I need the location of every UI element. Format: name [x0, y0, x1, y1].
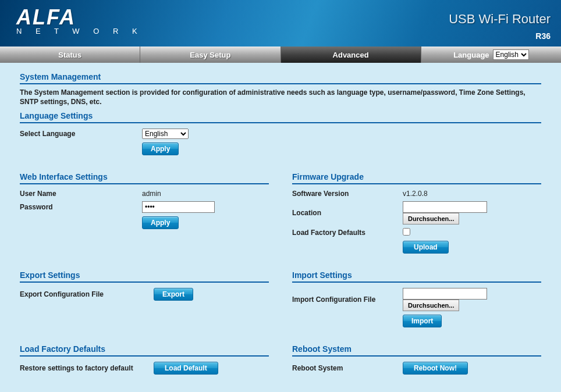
nav-language-label: Language — [453, 51, 489, 59]
lang-apply-button[interactable]: Apply — [142, 142, 179, 155]
reboot-button[interactable]: Reboot Now! — [403, 362, 468, 375]
import-form: Import Configuration File Durchsuchen...… — [292, 286, 541, 329]
lang-label: Select Language — [20, 127, 142, 141]
tab-status[interactable]: Status — [0, 47, 140, 63]
fw-form: Software Version v1.2.0.8 Location Durch… — [292, 188, 541, 255]
export-label: Export Configuration File — [20, 286, 154, 302]
fw-factory-label: Load Factory Defaults — [292, 226, 403, 239]
password-input[interactable] — [142, 201, 215, 213]
reboot-form: Reboot System Reboot Now! — [292, 360, 541, 376]
fw-title: Firmware Upgrade — [292, 172, 541, 184]
header-title: USB Wi-Fi Router — [449, 12, 551, 27]
sw-ver-value: v1.2.0.8 — [403, 188, 541, 199]
nav-language-select[interactable]: English — [493, 49, 529, 60]
user-name-label: User Name — [20, 188, 142, 199]
page-description: The System Management section is provide… — [20, 88, 541, 106]
fw-factory-checkbox[interactable] — [403, 228, 410, 236]
reboot-title: Reboot System — [292, 344, 541, 357]
import-browse-button[interactable]: Durchsuchen... — [403, 300, 459, 311]
upload-button[interactable]: Upload — [403, 241, 449, 254]
reboot-label: Reboot System — [292, 360, 403, 376]
logo: ALFA N E T W O R K — [16, 7, 143, 35]
fw-browse-button[interactable]: Durchsuchen... — [403, 213, 459, 224]
lang-title: Language Settings — [20, 111, 541, 123]
fw-location-input[interactable] — [403, 201, 487, 213]
load-default-button[interactable]: Load Default — [154, 362, 218, 375]
import-label: Import Configuration File — [292, 286, 403, 313]
web-apply-button[interactable]: Apply — [142, 216, 179, 229]
factory-label: Restore settings to factory default — [20, 360, 154, 376]
logo-brand: ALFA — [16, 7, 143, 28]
import-file-input[interactable] — [403, 288, 487, 300]
web-title: Web Interface Settings — [20, 172, 269, 184]
tab-advanced[interactable]: Advanced — [281, 47, 421, 63]
content: System Management The System Management … — [0, 63, 561, 392]
import-button[interactable]: Import — [403, 315, 442, 327]
factory-form: Restore settings to factory default Load… — [20, 360, 269, 376]
fw-location-label: Location — [292, 199, 403, 226]
user-name-value: admin — [142, 188, 269, 199]
export-form: Export Configuration File Export — [20, 286, 269, 302]
import-title: Import Settings — [292, 270, 541, 283]
export-title: Export Settings — [20, 270, 269, 283]
sw-ver-label: Software Version — [292, 188, 403, 199]
tab-easy-setup[interactable]: Easy Setup — [140, 47, 280, 63]
page-title: System Management — [20, 72, 541, 84]
language-select[interactable]: English — [142, 129, 189, 139]
lang-form: Select Language English Apply — [20, 127, 541, 157]
header: ALFA N E T W O R K USB Wi-Fi Router R36 — [0, 0, 561, 47]
factory-title: Load Factory Defaults — [20, 344, 269, 357]
header-model: R36 — [535, 31, 551, 41]
web-form: User Name admin Password Apply — [20, 188, 269, 231]
nav-bar: Status Easy Setup Advanced Language Engl… — [0, 47, 561, 63]
password-label: Password — [20, 199, 142, 215]
export-button[interactable]: Export — [154, 288, 193, 301]
logo-sub: N E T W O R K — [16, 27, 143, 35]
nav-language: Language English — [421, 47, 561, 63]
